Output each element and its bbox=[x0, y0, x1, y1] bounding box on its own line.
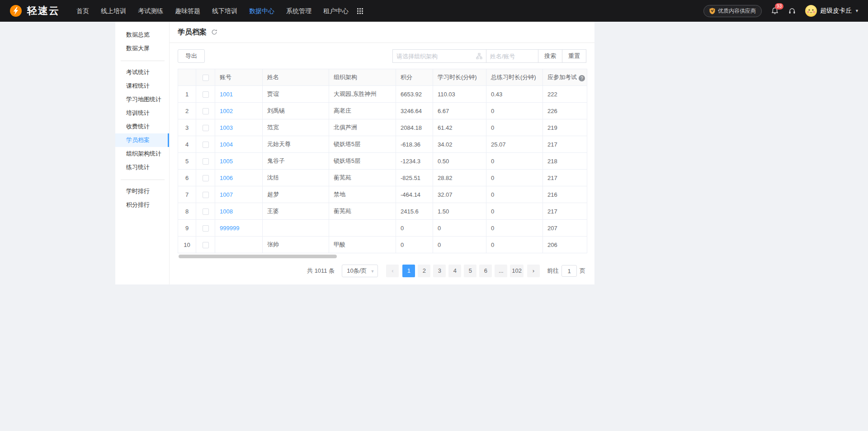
row-checkbox[interactable] bbox=[203, 175, 209, 181]
brand[interactable]: 轻速云 bbox=[9, 4, 60, 18]
sidebar-item[interactable]: 学员档案 bbox=[115, 133, 169, 147]
org-cell: 锁妖塔5层 bbox=[329, 153, 396, 170]
account-link[interactable]: 999999 bbox=[220, 225, 239, 232]
navbar-right: 优质内容供应商 93 bbox=[703, 5, 859, 17]
row-checkbox[interactable] bbox=[203, 242, 209, 248]
page-button-5[interactable]: 5 bbox=[464, 265, 476, 277]
row-checkbox[interactable] bbox=[203, 142, 209, 148]
nav-item-5[interactable]: 数据中心 bbox=[243, 0, 280, 22]
page-button-102[interactable]: 102 bbox=[510, 265, 524, 277]
sidebar-item[interactable]: 组织架构统计 bbox=[115, 147, 169, 161]
page-button-2[interactable]: 2 bbox=[418, 265, 430, 277]
account-link[interactable]: 1001 bbox=[220, 91, 233, 98]
column-header-practice: 总练习时长(分钟) bbox=[486, 69, 543, 86]
org-select[interactable] bbox=[392, 49, 486, 63]
practice-cell: 0 bbox=[486, 153, 543, 170]
sidebar-item[interactable]: 课程统计 bbox=[115, 79, 169, 93]
page-button-4[interactable]: 4 bbox=[448, 265, 461, 277]
nav-item-7[interactable]: 租户中心 bbox=[317, 0, 354, 22]
points-cell: 6653.92 bbox=[396, 86, 433, 103]
name-cell: 范宽 bbox=[263, 119, 329, 136]
org-select-input[interactable] bbox=[396, 53, 476, 60]
practice-cell: 0 bbox=[486, 119, 543, 136]
sidebar-item[interactable]: 积分排行 bbox=[115, 198, 169, 212]
nav-item-0[interactable]: 首页 bbox=[71, 0, 95, 22]
sidebar-item[interactable]: 考试统计 bbox=[115, 66, 169, 79]
name-search-input[interactable] bbox=[490, 53, 534, 60]
top-navbar: 轻速云 首页线上培训考试测练趣味答题线下培训数据中心系统管理租户中心 优质内容供… bbox=[0, 0, 868, 22]
row-index: 5 bbox=[178, 153, 196, 170]
row-checkbox[interactable] bbox=[203, 125, 209, 131]
study-cell: 32.07 bbox=[433, 186, 486, 203]
practice-cell: 25.07 bbox=[486, 136, 543, 153]
nav-item-2[interactable]: 考试测练 bbox=[132, 0, 169, 22]
search-button[interactable]: 搜索 bbox=[538, 49, 562, 63]
prev-page-button[interactable]: ‹ bbox=[386, 265, 399, 277]
account-link[interactable]: 1004 bbox=[220, 141, 233, 148]
row-checkbox[interactable] bbox=[203, 91, 209, 98]
column-header-account: 账号 bbox=[215, 69, 263, 86]
page-button-1[interactable]: 1 bbox=[402, 265, 415, 277]
horizontal-scrollbar[interactable] bbox=[179, 255, 337, 258]
sidebar-item[interactable]: 培训统计 bbox=[115, 106, 169, 120]
sidebar-item[interactable]: 学习地图统计 bbox=[115, 93, 169, 106]
table-row: 71007超梦禁地-464.1432.070216 bbox=[178, 186, 587, 203]
sidebar-item[interactable]: 学时排行 bbox=[115, 185, 169, 198]
table-row: 9999999000207 bbox=[178, 220, 587, 237]
row-checkbox[interactable] bbox=[203, 208, 209, 215]
row-checkbox[interactable] bbox=[203, 225, 209, 232]
reset-button[interactable]: 重置 bbox=[562, 49, 586, 63]
support-button[interactable] bbox=[788, 7, 796, 15]
row-checkbox[interactable] bbox=[203, 192, 209, 198]
page-button-...[interactable]: ... bbox=[495, 265, 507, 277]
sidebar-item[interactable]: 练习统计 bbox=[115, 161, 169, 174]
row-checkbox[interactable] bbox=[203, 108, 209, 114]
nav-item-4[interactable]: 线下培训 bbox=[206, 0, 243, 22]
sidebar-item[interactable]: 收费统计 bbox=[115, 120, 169, 133]
row-checkbox[interactable] bbox=[203, 158, 209, 165]
account-link[interactable]: 1005 bbox=[220, 158, 233, 165]
account-link[interactable]: 1008 bbox=[220, 208, 233, 215]
export-button[interactable]: 导出 bbox=[178, 49, 205, 63]
next-page-button[interactable]: › bbox=[527, 265, 540, 277]
help-icon[interactable]: ? bbox=[579, 75, 585, 81]
row-index: 3 bbox=[178, 119, 196, 136]
select-all-checkbox[interactable] bbox=[203, 75, 209, 81]
page-size-select[interactable]: 10条/页 ▼ bbox=[342, 265, 378, 277]
sidebar-item[interactable]: 数据总览 bbox=[115, 28, 169, 42]
sidebar-item[interactable]: 数据大屏 bbox=[115, 42, 169, 55]
nav-item-3[interactable]: 趣味答题 bbox=[169, 0, 206, 22]
account-link[interactable]: 1007 bbox=[220, 191, 233, 198]
row-index: 6 bbox=[178, 170, 196, 186]
brand-name: 轻速云 bbox=[27, 4, 60, 18]
page-button-3[interactable]: 3 bbox=[433, 265, 446, 277]
logo-icon bbox=[9, 4, 24, 18]
table-body: 11001贾谊大观园,东胜神州6653.92110.030.4322221002… bbox=[178, 86, 587, 253]
table-row: 41004元始天尊锁妖塔5层-618.3634.0225.07217 bbox=[178, 136, 587, 153]
column-header-points: 积分 bbox=[396, 69, 433, 86]
table-row: 51005鬼谷子锁妖塔5层-1234.30.500218 bbox=[178, 153, 587, 170]
nav-item-1[interactable]: 线上培训 bbox=[95, 0, 132, 22]
page-button-6[interactable]: 6 bbox=[479, 265, 492, 277]
table-row: 10张帅甲酸000206 bbox=[178, 237, 587, 253]
sidebar: 数据总览数据大屏考试统计课程统计学习地图统计培训统计收费统计学员档案组织架构统计… bbox=[115, 22, 170, 284]
table-row: 21002刘禹锡高老庄3246.646.670226 bbox=[178, 103, 587, 119]
apps-grid-icon[interactable] bbox=[357, 8, 363, 14]
notifications-button[interactable]: 93 bbox=[771, 7, 779, 15]
supplier-badge[interactable]: 优质内容供应商 bbox=[703, 5, 762, 17]
nav-item-6[interactable]: 系统管理 bbox=[280, 0, 317, 22]
org-cell bbox=[329, 220, 396, 237]
practice-cell: 0 bbox=[486, 170, 543, 186]
name-cell: 贾谊 bbox=[263, 86, 329, 103]
account-link[interactable]: 1003 bbox=[220, 124, 233, 131]
goto-page-input[interactable] bbox=[561, 265, 577, 277]
points-cell: 0 bbox=[396, 237, 433, 253]
account-link[interactable]: 1002 bbox=[220, 108, 233, 114]
account-link[interactable]: 1006 bbox=[220, 175, 233, 181]
points-cell: 2084.18 bbox=[396, 119, 433, 136]
study-cell: 0.50 bbox=[433, 153, 486, 170]
refresh-icon[interactable] bbox=[211, 29, 217, 35]
name-cell: 王婆 bbox=[263, 203, 329, 220]
user-menu[interactable]: 超级皮卡丘 ▼ bbox=[805, 5, 859, 17]
name-search-field bbox=[486, 49, 538, 63]
